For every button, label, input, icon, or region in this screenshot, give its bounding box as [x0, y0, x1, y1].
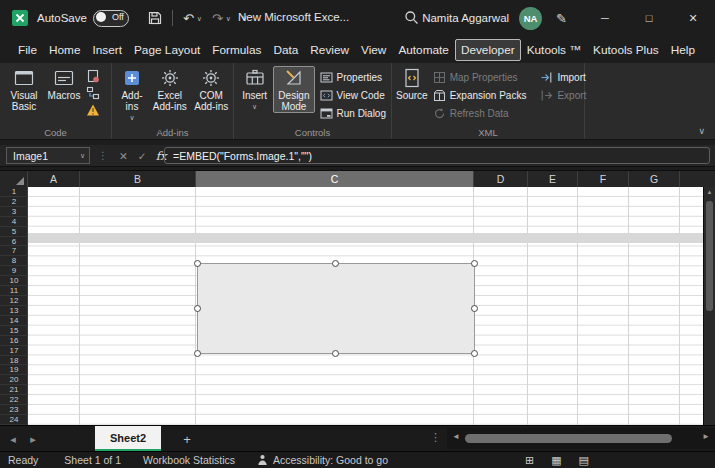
column-header-f[interactable]: F — [578, 171, 629, 188]
formula-input[interactable]: =EMBED("Forms.Image.1","") — [164, 147, 710, 164]
row-header-21[interactable]: 21 — [0, 385, 28, 395]
column-header-g[interactable]: G — [629, 171, 680, 188]
tab-kutools[interactable]: Kutools ™ — [521, 39, 587, 61]
properties-button[interactable]: Properties — [317, 69, 389, 86]
scroll-right-icon[interactable]: ► — [702, 432, 710, 441]
close-button[interactable]: ✕ — [671, 0, 715, 36]
visual-basic-button[interactable]: Visual Basic — [4, 66, 44, 112]
expansion-packs-button[interactable]: Expansion Packs — [430, 87, 530, 104]
column-header-d[interactable]: D — [474, 171, 528, 188]
tab-page-layout[interactable]: Page Layout — [128, 39, 206, 61]
design-mode-button[interactable]: Design Mode — [273, 66, 314, 113]
autosave-toggle[interactable]: Off — [93, 10, 129, 27]
accessibility-status[interactable]: Accessibility: Good to go — [257, 454, 388, 466]
column-header-b[interactable]: B — [80, 171, 196, 188]
resize-handle-middle-right[interactable] — [471, 305, 478, 312]
row-header-22[interactable]: 22 — [0, 395, 28, 405]
page-break-preview-button[interactable]: ▤ — [579, 454, 589, 467]
search-icon[interactable] — [404, 10, 419, 25]
row-header-9[interactable]: 9 — [0, 266, 28, 276]
record-macro-icon[interactable] — [86, 69, 100, 83]
maximize-button[interactable]: □ — [627, 0, 671, 36]
resize-handle-bottom-left[interactable] — [194, 350, 201, 357]
column-header-a[interactable]: A — [28, 171, 80, 188]
macro-security-warning-icon[interactable] — [86, 103, 100, 117]
resize-handle-middle-left[interactable] — [194, 305, 201, 312]
redo-dropdown-icon[interactable]: ∨ — [226, 15, 231, 22]
select-all-button[interactable] — [0, 171, 28, 188]
row-header-17[interactable]: 17 — [0, 346, 28, 356]
scroll-up-icon[interactable]: ▲ — [704, 189, 715, 195]
row-header-15[interactable]: 15 — [0, 326, 28, 336]
draw-pen-icon[interactable]: ✎ — [556, 11, 567, 26]
row-header-23[interactable]: 23 — [0, 405, 28, 415]
sheet-bar-options-icon[interactable]: ⋮ — [430, 431, 441, 444]
row-header-19[interactable]: 19 — [0, 366, 28, 376]
row-header-10[interactable]: 10 — [0, 276, 28, 286]
scroll-left-icon[interactable]: ◄ — [452, 432, 460, 441]
page-layout-view-button[interactable]: ▦ — [551, 454, 561, 467]
tab-home[interactable]: Home — [43, 39, 86, 61]
sheet-nav-left-icon[interactable]: ◂ — [4, 430, 22, 448]
account-name[interactable]: Namita Aggarwal — [422, 12, 509, 24]
horizontal-scrollbar-thumb[interactable] — [465, 434, 672, 443]
add-ins-button[interactable]: Add-ins ∨ — [116, 66, 148, 121]
insert-control-button[interactable]: Insert ∨ — [238, 66, 271, 110]
save-button[interactable] — [148, 11, 162, 25]
name-box-dropdown-icon[interactable]: ∨ — [80, 152, 89, 160]
cancel-entry-button[interactable]: ✕ — [119, 150, 128, 162]
grid-cells[interactable] — [28, 187, 703, 425]
name-box[interactable]: Image1 ∨ — [6, 147, 90, 164]
row-header-16[interactable]: 16 — [0, 336, 28, 346]
row-header-24[interactable]: 24 — [0, 415, 28, 425]
row-header-5[interactable]: 5 — [0, 227, 28, 237]
minimize-button[interactable]: ─ — [583, 0, 627, 36]
tab-help[interactable]: Help — [665, 39, 701, 61]
undo-button[interactable]: ↶ ∨ — [183, 12, 202, 25]
embedded-image-object[interactable] — [197, 263, 475, 354]
run-dialog-button[interactable]: Run Dialog — [317, 105, 389, 122]
normal-view-button[interactable]: ⊞ — [525, 454, 534, 467]
collapse-ribbon-button[interactable]: ∨ — [698, 126, 705, 136]
excel-add-ins-button[interactable]: Excel Add-ins — [150, 66, 190, 112]
resize-handle-bottom-right[interactable] — [471, 350, 478, 357]
row-header-2[interactable]: 2 — [0, 197, 28, 207]
tab-formulas[interactable]: Formulas — [206, 39, 267, 61]
row-header-18[interactable]: 18 — [0, 356, 28, 366]
com-add-ins-button[interactable]: COM Add-ins — [192, 66, 232, 112]
use-relative-references-icon[interactable] — [86, 86, 100, 100]
tab-developer[interactable]: Developer — [455, 39, 521, 61]
view-code-button[interactable]: View Code — [317, 87, 389, 104]
vertical-scrollbar-thumb[interactable] — [706, 201, 713, 311]
row-header-1[interactable]: 1 — [0, 187, 28, 197]
row-header-20[interactable]: 20 — [0, 375, 28, 385]
tab-automate[interactable]: Automate — [392, 39, 455, 61]
resize-handle-top-left[interactable] — [194, 260, 201, 267]
tab-review[interactable]: Review — [304, 39, 355, 61]
tab-shape-format[interactable]: Shape Format — [709, 39, 715, 61]
resize-handle-bottom-center[interactable] — [332, 350, 339, 357]
tab-file[interactable]: File — [12, 39, 43, 61]
import-button[interactable]: Import — [537, 69, 589, 86]
row-header-6[interactable]: 6 — [0, 237, 28, 247]
tab-data[interactable]: Data — [267, 39, 304, 61]
enter-entry-button[interactable]: ✓ — [138, 150, 147, 162]
column-header-e[interactable]: E — [528, 171, 578, 188]
row-header-12[interactable]: 12 — [0, 296, 28, 306]
tab-view[interactable]: View — [355, 39, 392, 61]
row-header-7[interactable]: 7 — [0, 247, 28, 257]
autosave-control[interactable]: AutoSave Off — [37, 10, 129, 27]
row-header-8[interactable]: 8 — [0, 256, 28, 266]
vertical-scrollbar[interactable]: ▲ — [703, 187, 715, 425]
redo-button[interactable]: ↷ ∨ — [212, 12, 231, 25]
undo-dropdown-icon[interactable]: ∨ — [197, 15, 202, 22]
row-header-3[interactable]: 3 — [0, 207, 28, 217]
tab-kutools-plus[interactable]: Kutools Plus — [587, 39, 665, 61]
macros-button[interactable]: Macros — [46, 66, 82, 101]
sheet-tab-sheet2[interactable]: Sheet2 — [95, 426, 161, 451]
tab-insert[interactable]: Insert — [86, 39, 128, 61]
row-header-14[interactable]: 14 — [0, 316, 28, 326]
horizontal-scrollbar[interactable]: ◄ ► — [447, 428, 715, 449]
column-header-c[interactable]: C — [196, 171, 474, 188]
new-sheet-button[interactable]: + — [178, 430, 196, 448]
